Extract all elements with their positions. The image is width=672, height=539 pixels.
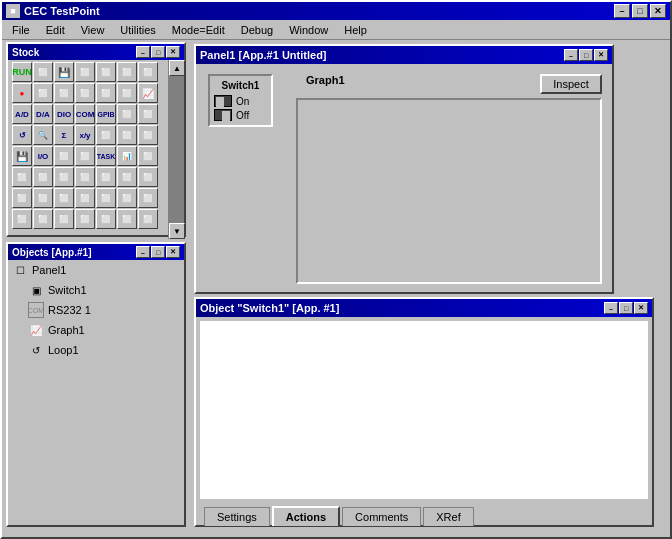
tree-item-loop1[interactable]: ↺ Loop1 [24, 340, 184, 360]
stock-btn-r4b7[interactable]: ⬜ [138, 125, 158, 145]
switch1-close-btn[interactable]: ✕ [634, 302, 648, 314]
stock-btn-r1b4[interactable]: ⬜ [75, 62, 95, 82]
stock-btn-r7b1[interactable]: ⬜ [12, 188, 32, 208]
stock-btn-r2b5[interactable]: ⬜ [96, 83, 116, 103]
stock-btn-calc[interactable]: 📊 [117, 146, 137, 166]
stock-maximize-btn[interactable]: □ [151, 46, 165, 58]
scroll-track[interactable] [169, 76, 184, 223]
stock-btn-r1b6[interactable]: ⬜ [117, 62, 137, 82]
stock-btn-loop[interactable]: ↺ [12, 125, 32, 145]
switch-off-indicator[interactable] [214, 109, 232, 121]
menu-debug[interactable]: Debug [233, 22, 281, 38]
objects-panel: Objects [App.#1] – □ ✕ ☐ Panel1 ▣ Switch… [6, 242, 186, 527]
stock-btn-gpib[interactable]: GPIB [96, 104, 116, 124]
tab-xref[interactable]: XRef [423, 507, 473, 526]
switch-on-indicator[interactable] [214, 95, 232, 107]
stock-btn-io[interactable]: I/O [33, 146, 53, 166]
switch1-widget[interactable]: Switch1 On Off [208, 74, 273, 127]
stock-btn-r5b4[interactable]: ⬜ [75, 146, 95, 166]
stock-btn-search[interactable]: 🔍 [33, 125, 53, 145]
tree-item-switch1[interactable]: ▣ Switch1 [24, 280, 184, 300]
main-minimize-btn[interactable]: – [614, 4, 630, 18]
panel1-maximize-btn[interactable]: □ [579, 49, 593, 61]
stock-btn-chart[interactable]: 📈 [138, 83, 158, 103]
stock-close-btn[interactable]: ✕ [166, 46, 180, 58]
switch1-maximize-btn[interactable]: □ [619, 302, 633, 314]
stock-btn-r7b3[interactable]: ⬜ [54, 188, 74, 208]
stock-btn-r7b4[interactable]: ⬜ [75, 188, 95, 208]
menu-file[interactable]: File [4, 22, 38, 38]
stock-btn-r6b5[interactable]: ⬜ [96, 167, 116, 187]
objects-maximize-btn[interactable]: □ [151, 246, 165, 258]
inspect-button[interactable]: Inspect [540, 74, 602, 94]
main-maximize-btn[interactable]: □ [632, 4, 648, 18]
app-icon: ■ [6, 4, 20, 18]
stock-btn-r7b5[interactable]: ⬜ [96, 188, 116, 208]
scroll-up-btn[interactable]: ▲ [169, 60, 185, 76]
stock-btn-sum[interactable]: Σ [54, 125, 74, 145]
stock-btn-record[interactable]: ● [12, 83, 32, 103]
stock-btn-r4b5[interactable]: ⬜ [96, 125, 116, 145]
stock-scrollbar[interactable]: ▲ ▼ [168, 60, 184, 239]
stock-btn-r8b5[interactable]: ⬜ [96, 209, 116, 229]
stock-btn-r5b7[interactable]: ⬜ [138, 146, 158, 166]
stock-btn-r6b2[interactable]: ⬜ [33, 167, 53, 187]
stock-btn-r2b3[interactable]: ⬜ [54, 83, 74, 103]
stock-btn-r1b5[interactable]: ⬜ [96, 62, 116, 82]
stock-btn-r6b4[interactable]: ⬜ [75, 167, 95, 187]
tab-settings[interactable]: Settings [204, 507, 270, 526]
stock-btn-r7b2[interactable]: ⬜ [33, 188, 53, 208]
menu-mode[interactable]: Mode=Edit [164, 22, 233, 38]
stock-btn-r4b6[interactable]: ⬜ [117, 125, 137, 145]
switch-off-row: Off [214, 109, 249, 121]
menu-edit[interactable]: Edit [38, 22, 73, 38]
stock-btn-r8b7[interactable]: ⬜ [138, 209, 158, 229]
menu-utilities[interactable]: Utilities [112, 22, 163, 38]
stock-btn-r8b4[interactable]: ⬜ [75, 209, 95, 229]
stock-btn-r2b6[interactable]: ⬜ [117, 83, 137, 103]
stock-btn-task[interactable]: TASK [96, 146, 116, 166]
stock-btn-r3b7[interactable]: ⬜ [138, 104, 158, 124]
stock-btn-save[interactable]: 💾 [54, 62, 74, 82]
menu-window[interactable]: Window [281, 22, 336, 38]
stock-btn-r3b6[interactable]: ⬜ [117, 104, 137, 124]
tree-item-panel1[interactable]: ☐ Panel1 [8, 260, 184, 280]
stock-btn-r1b7[interactable]: ⬜ [138, 62, 158, 82]
stock-row-6: ⬜ ⬜ ⬜ ⬜ ⬜ ⬜ ⬜ [10, 167, 166, 187]
stock-minimize-btn[interactable]: – [136, 46, 150, 58]
stock-btn-r8b3[interactable]: ⬜ [54, 209, 74, 229]
stock-btn-dio[interactable]: DIO [54, 104, 74, 124]
tree-item-graph1[interactable]: 📈 Graph1 [24, 320, 184, 340]
stock-btn-save2[interactable]: 💾 [12, 146, 32, 166]
switch1-minimize-btn[interactable]: – [604, 302, 618, 314]
stock-btn-r5b3[interactable]: ⬜ [54, 146, 74, 166]
scroll-down-btn[interactable]: ▼ [169, 223, 185, 239]
main-close-btn[interactable]: ✕ [650, 4, 666, 18]
panel1-minimize-btn[interactable]: – [564, 49, 578, 61]
stock-btn-r8b1[interactable]: ⬜ [12, 209, 32, 229]
stock-btn-run[interactable]: RUN [12, 62, 32, 82]
stock-btn-r2b2[interactable]: ⬜ [33, 83, 53, 103]
stock-btn-r6b6[interactable]: ⬜ [117, 167, 137, 187]
stock-btn-r6b1[interactable]: ⬜ [12, 167, 32, 187]
objects-close-btn[interactable]: ✕ [166, 246, 180, 258]
menu-view[interactable]: View [73, 22, 113, 38]
stock-btn-r1b2[interactable]: ⬜ [33, 62, 53, 82]
stock-btn-r8b2[interactable]: ⬜ [33, 209, 53, 229]
stock-btn-r6b3[interactable]: ⬜ [54, 167, 74, 187]
stock-btn-da[interactable]: D/A [33, 104, 53, 124]
stock-btn-xy[interactable]: x/y [75, 125, 95, 145]
panel1-close-btn[interactable]: ✕ [594, 49, 608, 61]
menu-help[interactable]: Help [336, 22, 375, 38]
stock-btn-r7b7[interactable]: ⬜ [138, 188, 158, 208]
tree-item-rs232[interactable]: COM RS232 1 [24, 300, 184, 320]
stock-btn-r6b7[interactable]: ⬜ [138, 167, 158, 187]
stock-btn-ad[interactable]: A/D [12, 104, 32, 124]
stock-btn-com[interactable]: COM [75, 104, 95, 124]
stock-btn-r7b6[interactable]: ⬜ [117, 188, 137, 208]
tab-actions[interactable]: Actions [272, 506, 340, 526]
stock-btn-r2b4[interactable]: ⬜ [75, 83, 95, 103]
stock-btn-r8b6[interactable]: ⬜ [117, 209, 137, 229]
tab-comments[interactable]: Comments [342, 507, 421, 526]
objects-minimize-btn[interactable]: – [136, 246, 150, 258]
